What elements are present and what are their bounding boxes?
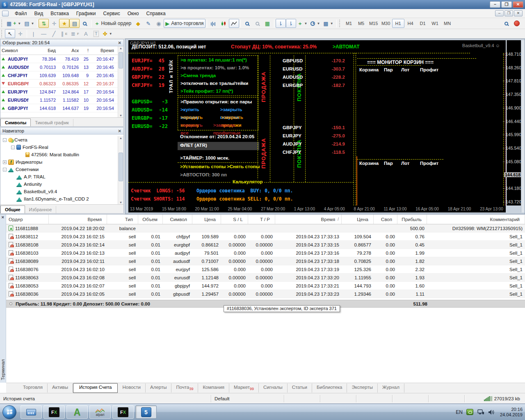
bar-chart-button[interactable] [208, 19, 219, 28]
timeframe-button[interactable]: M15 [368, 19, 380, 28]
navigator-tab[interactable]: Общие [0, 205, 25, 213]
taskbar-app-alpari[interactable]: alpari [89, 405, 111, 419]
tree-expander-icon[interactable]: - [3, 168, 7, 171]
market-watch-row[interactable]: GBPJPYf 144.618 144.637 19 20:16:54 [0, 104, 118, 112]
menu-item[interactable]: Окно [124, 9, 143, 18]
period-marker-button-2[interactable]: ⇂ [286, 19, 296, 28]
new-order-button[interactable]: ＋Новый ордер [93, 19, 133, 28]
navigator-tree-item[interactable]: 472566: Marat Ibatullin [0, 151, 118, 158]
tile-windows-button[interactable]: ▦ [262, 19, 273, 28]
periods-button[interactable]: ▼ [309, 19, 322, 28]
history-row[interactable]: 116838103 2019.04.23 16:02:13 sell 0.01 … [6, 249, 525, 257]
toolbar-grip[interactable] [1, 20, 3, 27]
horizontal-line-tool-button[interactable]: — [39, 29, 49, 38]
history-row[interactable]: 116838063 2019.04.23 16:02:08 sell 0.01 … [6, 274, 525, 282]
text-tool-button[interactable]: A [81, 29, 91, 38]
restore-button[interactable]: ❐ [501, 1, 512, 8]
status-profile[interactable]: Default [211, 395, 284, 402]
trendline-tool-button[interactable]: ╱ [49, 29, 59, 38]
market-watch-scrollbar[interactable]: ▲▼ [118, 46, 123, 117]
menu-item[interactable]: Файл [11, 9, 31, 18]
market-watch-header[interactable]: Символ Бид Аск ! Время [0, 46, 118, 55]
zoom-out-button[interactable] [252, 19, 262, 28]
tree-expander-icon[interactable]: + [3, 160, 7, 164]
history-column-header[interactable]: Объем [138, 215, 163, 224]
terminal-close-icon[interactable]: ✕ [1, 215, 5, 219]
terminal-tab[interactable]: Компания [198, 383, 229, 392]
column-spread[interactable]: ! [80, 48, 90, 53]
terminal-tab[interactable]: Библиотека [312, 383, 347, 392]
navigator-tree-item[interactable]: A.P. TRAL [0, 173, 118, 180]
text-label-tool-button[interactable]: T [91, 29, 101, 38]
chart-area[interactable]: GBPJPYf,H1 ДЕПОЗИТ: 512.06, позиций нет … [128, 40, 506, 205]
crosshair-tool-button[interactable]: ✛ [15, 29, 25, 38]
history-column-header[interactable]: Ордер [6, 215, 49, 224]
timeframe-button[interactable]: MN [441, 19, 454, 28]
ea-menu-item[interactable]: >в пунктах: 14 пп,шаг:1 пп(*) [178, 56, 258, 64]
menu-item[interactable]: Графики [73, 9, 100, 18]
market-watch-row[interactable]: AUDUSDf 0.70113 0.70126 13 20:16:45 [0, 63, 118, 71]
market-watch-tab[interactable]: Символы [0, 119, 31, 126]
terminal-tab[interactable]: Статьи [288, 383, 312, 392]
navigator-tree-item[interactable]: - Советники [0, 166, 118, 173]
ea-automat-button[interactable]: >АВТОМАТ [333, 44, 360, 50]
ea-remove-stops-item[interactable]: >Снять стопы [227, 164, 260, 169]
period-marker-button-1[interactable]: ⇂ [276, 19, 286, 28]
history-column-header[interactable]: Цена [192, 215, 221, 224]
profiles-button[interactable]: ▤▼ [23, 19, 36, 28]
market-watch-close-icon[interactable]: ✕ [118, 41, 121, 45]
candlestick-chart-button[interactable] [219, 19, 229, 28]
mdi-minimize-button[interactable]: – [495, 10, 504, 16]
column-time[interactable]: Время [90, 48, 115, 53]
navigator-tree-item[interactable]: Antiunity [0, 180, 118, 188]
fibonacci-tool-button[interactable]: ≣F [69, 29, 81, 38]
terminal-tab[interactable]: Маркет99 [229, 383, 259, 392]
ea-menu-item[interactable]: >Тейк профит: 17 пп(*) [178, 87, 258, 95]
ea-menu-item[interactable]: >Смена тренда [178, 72, 258, 80]
navigator-tab[interactable]: Избранное [25, 206, 57, 213]
market-watch-row[interactable]: CHFJPYf 109.639 109.648 9 20:16:45 [0, 71, 118, 80]
price-scale[interactable]: 148.710148.260147.810147.350146.900146.4… [507, 40, 523, 205]
timeframe-button[interactable]: H1 [392, 19, 404, 28]
mdi-close-button[interactable]: ✕ [514, 10, 523, 16]
ea-menu-item[interactable]: >Правило открытия: все пары [178, 98, 258, 106]
menu-item[interactable]: Сервис [100, 9, 124, 18]
taskbar-app-a[interactable]: A [66, 405, 88, 419]
history-column-header[interactable]: Прибыль [397, 215, 427, 224]
close-button[interactable]: ✕ [513, 1, 523, 8]
column-symbol[interactable]: Символ [0, 48, 36, 53]
timeframe-button[interactable]: M5 [355, 19, 368, 28]
history-column-header[interactable]: Символ [163, 215, 192, 224]
channel-tool-button[interactable]: ∥E [59, 29, 69, 38]
taskbar-app-remote[interactable] [21, 405, 42, 419]
history-row[interactable]: 116838036 2019.04.23 16:02:05 sell 0.01 … [6, 290, 525, 298]
history-row[interactable]: 116838089 2019.04.23 16:02:11 sell 0.01 … [6, 257, 525, 265]
history-row[interactable]: 116838076 2019.04.23 16:02:10 sell 0.01 … [6, 265, 525, 274]
history-column-header[interactable]: Тип [107, 215, 138, 224]
taskbar-app-fxclub-2[interactable]: FX [112, 405, 134, 419]
column-bid[interactable]: Бид [36, 48, 57, 53]
cursor-tool-button[interactable]: ↖ [5, 29, 15, 38]
market-watch-row[interactable]: AUDJPYf 78.394 78.419 25 20:16:47 [0, 55, 118, 63]
mdi-restore-button[interactable]: ❐ [504, 10, 513, 16]
new-chart-button[interactable]: ▦+▼ [5, 19, 23, 28]
timeframe-button[interactable]: H4 [404, 19, 417, 28]
timeframe-button[interactable]: M30 [380, 19, 392, 28]
navigator-scrollbar[interactable]: ▲▼ [118, 136, 123, 204]
toolbar-grip[interactable] [339, 20, 341, 27]
history-column-header[interactable]: Время/ [275, 215, 342, 224]
navigator-tree-item[interactable]: Ilan1.6Dynamic_e-Trall_CDD 2 [0, 195, 118, 203]
terminal-toggle-button[interactable]: ▤ [69, 19, 80, 28]
terminal-tab[interactable]: История Счета [73, 383, 118, 393]
menu-item[interactable]: Справка [143, 9, 169, 18]
history-row[interactable]: 116838112 2019.04.23 16:02:15 sell 0.01 … [6, 233, 525, 241]
market-watch-row[interactable]: EURUSDf 1.11572 1.11582 10 20:16:54 [0, 96, 118, 104]
market-watch-tab[interactable]: Тиковый график [31, 119, 73, 126]
ea-timer-item[interactable]: >ТАЙМЕР: 1000 мсек. [180, 155, 229, 160]
toolbar-grip[interactable] [1, 30, 3, 37]
ea-set-stops-item[interactable]: >Установить стопы [180, 164, 226, 169]
network-tray-icon[interactable] [477, 409, 484, 415]
taskbar-app-fxclub-1[interactable]: FX [43, 405, 65, 419]
terminal-tab[interactable]: Новости [118, 383, 146, 392]
templates-button[interactable]: ▩▼ [322, 19, 335, 28]
